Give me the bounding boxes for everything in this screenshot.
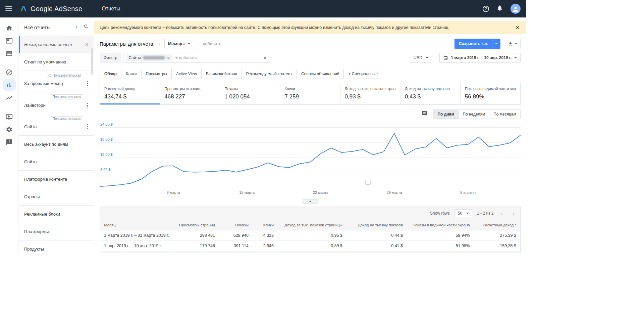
column-header-estimated-earnings[interactable]: Расчетный доход * [474,220,520,230]
save-as-button[interactable]: Сохранить как [454,39,500,49]
feedback-icon[interactable] [3,136,16,148]
sidebar-item-countries[interactable]: Страны [19,188,94,205]
rows-per-page-select[interactable]: 50 [454,209,472,217]
chart-plot-area[interactable]: 6,00 $12,00 $18,00 $24,00 $+ [100,122,521,188]
tab-custom[interactable]: + Специальные [343,69,382,79]
column-header-impression-rpm[interactable]: Доход на тысячу показов [346,220,407,230]
column-header-page-rpm[interactable]: Доход за тыс. показов страницы [278,220,346,230]
add-report-icon[interactable]: + [74,24,78,31]
granularity-by-day[interactable]: По дням [433,110,458,119]
table-header-row: Месяц Просмотры страниц Показы Клики Дох… [100,220,520,230]
more-options-icon[interactable] [85,123,90,130]
sidebar-item-last-month[interactable]: Пользовательская За прошлый месяц [19,71,94,92]
help-icon[interactable]: ? [483,6,489,12]
collapse-chart-button[interactable] [303,199,318,204]
table-cell: 0,41 $ [346,241,407,251]
report-label: Лайвстори [24,103,85,108]
chart-x-axis-label: 15 марта [239,190,255,194]
report-label: Сайты [24,124,85,129]
column-header-clicks[interactable]: Клики [253,220,278,230]
sidebar-item-unsaved-report[interactable]: Несохраненный отчет × [19,36,94,53]
chevron-down-icon[interactable] [492,39,500,49]
table-row[interactable]: 1 апр. 2019 г. – 10 апр. 2019 г. 179 746… [100,241,520,251]
tab-interactions[interactable]: Взаимодействия [201,69,242,79]
notifications-icon[interactable] [496,5,503,13]
blocking-controls-icon[interactable] [3,67,16,78]
sidebar-item-platforms[interactable]: Платформы [19,223,94,240]
sidebar-item-livestory[interactable]: Пользовательская Лайвстори [19,92,94,114]
scorecard-estimated-earnings[interactable]: Расчетный доход 434,74 $ [100,83,160,104]
group-by-select[interactable]: Месяцы [164,39,194,48]
menu-icon[interactable] [5,6,12,11]
table-row[interactable]: 1 марта 2019 г. – 31 марта 2019 г. 288 4… [100,230,520,241]
scorecard-impression-rpm[interactable]: Доход на тысячу показов 0,43 $ [400,83,460,104]
granularity-by-week[interactable]: По неделям [458,110,489,119]
column-header-viewability[interactable]: Показы в видимой части экрана [407,220,474,230]
optimization-icon[interactable] [3,92,16,103]
scorecard-clicks[interactable]: Клики 7 259 [280,83,340,104]
filter-input[interactable]: Сайты × + добавить × [123,53,270,63]
sidebar-item-sites[interactable]: Сайты [19,153,94,170]
remove-filter-icon[interactable]: × [167,56,170,60]
granularity-by-month[interactable]: По месяцам [489,110,520,119]
home-icon[interactable] [3,22,16,34]
column-header-impressions[interactable]: Показы [219,220,253,230]
table-cell: 7 259 [253,251,278,253]
tab-recommended-content[interactable]: Рекомендуемый контент [241,69,297,79]
revenue-chart[interactable]: 6,00 $12,00 $18,00 $24,00 $+ 8 марта15 м… [100,122,521,197]
more-options-icon[interactable] [85,101,90,108]
filter-right-controls: USD 1 марта 2019 г. – 10 апр. 2019 г. [410,53,521,63]
currency-select[interactable]: USD [410,53,432,63]
sidebar-item-sites-custom[interactable]: Пользовательская Сайты [19,114,94,135]
reports-list: Несохраненный отчет × Отчет по умолчанию… [19,36,94,253]
settings-icon[interactable] [3,124,16,135]
add-parameter-button[interactable]: + добавить [199,41,221,46]
tab-clicks[interactable]: Клики [121,69,142,79]
table-cell: 59,94% [407,230,474,241]
column-header-page-views[interactable]: Просмотры страниц [172,220,219,230]
annotations-icon[interactable] [422,111,428,118]
sidebar-item-ad-units[interactable]: Рекламные блоки [19,205,94,223]
report-table: Месяц Просмотры страниц Показы Клики Дох… [100,220,520,253]
sidebar-item-account-by-day[interactable]: Весь аккаунт по дням [19,135,94,153]
date-range-select[interactable]: 1 марта 2019 г. – 10 апр. 2019 г. [439,53,521,63]
clear-filter-icon[interactable]: × [263,56,267,60]
sidebar-item-content-platform[interactable]: Платформа контента [19,170,94,188]
user-avatar[interactable] [511,4,521,14]
revenue-line-series[interactable] [100,122,521,188]
scorecard-page-views[interactable]: Просмотры страниц 468 227 [160,83,220,104]
sidebar-item-default-report[interactable]: Отчет по умолчанию [19,53,94,71]
tab-active-view[interactable]: Active View [171,69,202,79]
column-header-month[interactable]: Месяц [100,220,172,230]
filter-chip-sites[interactable]: Сайты × [126,54,172,61]
tab-ad-sessions[interactable]: Сеансы объявлений [297,69,344,79]
scorecard-page-rpm[interactable]: Доход за тыс. показов страни... 0,93 $ [340,83,400,104]
adsense-logo-icon [19,5,28,13]
tab-overview[interactable]: Обзор [100,69,121,79]
more-options-icon[interactable] [85,80,90,87]
scorecards: Расчетный доход 434,74 $ Просмотры стран… [100,83,521,105]
search-icon[interactable] [84,24,89,31]
adsense-app: Google AdSense Отчеты ? [0,0,526,253]
chart-add-annotation-button[interactable]: + [366,180,371,185]
sidebar-scrollbar[interactable] [91,48,93,75]
table-cell: 159,35 $ [474,241,520,251]
close-icon[interactable]: × [84,42,90,47]
scorecard-active-view-viewable[interactable]: Показы в видимой части экрана 56,89% [460,83,520,104]
reports-icon[interactable] [3,79,16,91]
ads-icon[interactable] [3,35,16,46]
previous-page-icon[interactable]: ‹ [498,211,505,216]
download-button[interactable] [505,39,521,48]
report-params-row: Параметры для отчета: › Месяцы + добавит… [100,39,521,49]
close-icon[interactable]: × [514,25,521,30]
adsense-logo[interactable]: Google AdSense [19,5,82,13]
table-cell: 0,43 $ [346,251,407,253]
payments-icon[interactable] [3,48,16,59]
tab-views[interactable]: Просмотры [141,69,172,79]
scorecard-impressions[interactable]: Показы 1 020 054 [220,83,280,104]
report-label: Платформы [24,229,90,234]
chevron-down-icon [515,43,518,44]
resources-icon[interactable] [3,111,16,122]
sidebar-item-products[interactable]: Продукты [19,240,94,253]
next-page-icon[interactable]: › [510,211,517,216]
